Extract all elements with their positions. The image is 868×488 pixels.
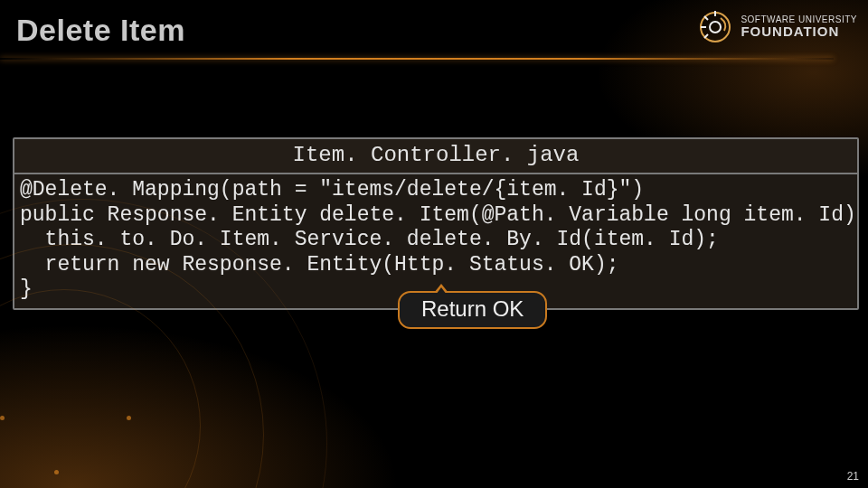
slide: Delete Item SOFTWARE UNIVERSITY FOUNDATI… xyxy=(0,0,868,488)
page-number: 21 xyxy=(847,470,859,483)
svg-line-5 xyxy=(704,34,708,38)
code-panel-header: Item. Controller. java xyxy=(14,139,857,174)
svg-line-4 xyxy=(704,16,708,20)
svg-point-1 xyxy=(710,22,721,33)
logo: SOFTWARE UNIVERSITY FOUNDATION xyxy=(697,9,857,45)
slide-title: Delete Item xyxy=(16,13,185,48)
lightbulb-gear-icon xyxy=(697,9,733,45)
logo-line2: FOUNDATION xyxy=(741,24,857,40)
logo-text: SOFTWARE UNIVERSITY FOUNDATION xyxy=(741,14,857,40)
divider xyxy=(0,58,834,60)
callout-return-ok: Return OK xyxy=(398,291,547,329)
